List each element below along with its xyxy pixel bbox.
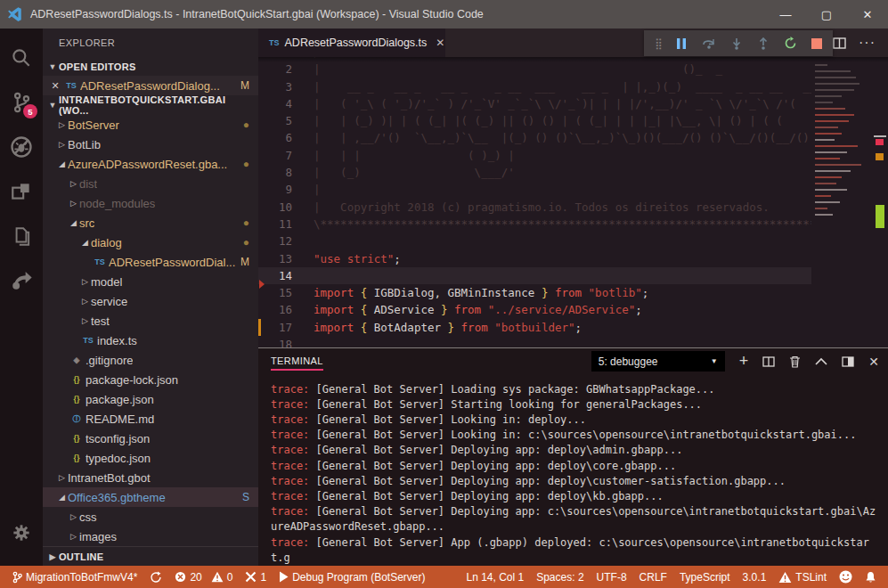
tree-item[interactable]: ▷BotLib <box>43 135 258 154</box>
chevron-collapsed-icon: ▷ <box>68 512 79 521</box>
step-over-icon[interactable] <box>702 37 716 50</box>
new-terminal-icon[interactable]: + <box>739 352 749 371</box>
step-out-icon[interactable] <box>757 37 770 50</box>
tree-item[interactable]: {}typedoc.json <box>43 448 258 468</box>
git-branch-item[interactable]: MigrationToBotFmwV4* <box>5 566 143 588</box>
tree-item[interactable]: ▷images <box>43 527 258 546</box>
code-line[interactable]: 7| | | ( )_) | <box>258 147 811 164</box>
tree-item[interactable]: ◈.gitignore <box>43 350 258 370</box>
code-line[interactable]: 18 <box>258 336 811 347</box>
overview-ruler[interactable] <box>871 57 888 347</box>
pages-icon[interactable] <box>0 214 43 258</box>
tree-item[interactable]: ◢dialog● <box>43 233 258 252</box>
code-line[interactable]: 12 <box>258 233 811 249</box>
kill-terminal-trash-icon[interactable] <box>789 355 801 368</box>
fixes-item[interactable]: 1 <box>239 566 273 588</box>
terminal-select[interactable]: 5: debuggee▼ <box>591 351 725 372</box>
notifications-bell-item[interactable] <box>859 571 883 584</box>
code-line[interactable]: 13"use strict"; <box>258 250 811 267</box>
language-mode-item[interactable]: TypeScript <box>673 571 737 584</box>
code-line[interactable]: 3| __ _ __ _ __ _ _ __ ___ __ _ | |,_)(_… <box>258 78 811 95</box>
debug-status-item[interactable]: Debug Program (BotServer) <box>273 566 431 588</box>
step-into-icon[interactable] <box>730 37 743 50</box>
code-line[interactable]: 2| ()_ _ <box>258 61 811 78</box>
tree-item[interactable]: ▷css <box>43 507 258 527</box>
tree-item[interactable]: ▷model <box>43 272 258 291</box>
json-file-icon: {} <box>68 434 86 443</box>
tree-item[interactable]: TSindex.ts <box>43 331 258 350</box>
code-text <box>292 336 314 347</box>
typescript-version-item[interactable]: 3.0.1 <box>737 571 773 584</box>
workspace-header[interactable]: ▼ INTRANETBOTQUICKSTART.GBAI (WO... <box>43 95 258 115</box>
source-control-icon[interactable]: 5 <box>0 80 43 125</box>
minimize-button[interactable]: — <box>765 0 806 29</box>
close-icon[interactable]: ✕ <box>48 80 62 92</box>
minimap[interactable] <box>811 57 871 347</box>
split-terminal-icon[interactable] <box>762 356 775 367</box>
terminal-output[interactable]: trace: [General Bot Server] Loading sys … <box>258 375 888 566</box>
code-line[interactable]: 11\*************************************… <box>258 216 811 233</box>
drag-handle-icon[interactable]: ⣿ <box>655 37 661 50</box>
tree-item[interactable]: ◢AzureADPasswordReset.gba...● <box>43 154 258 174</box>
stop-icon[interactable] <box>811 38 822 49</box>
cursor-position-item[interactable]: Ln 14, Col 1 <box>460 571 530 584</box>
code-line[interactable]: 16import { ADService } from "../service/… <box>258 301 811 318</box>
code-line[interactable]: 8| (_) \___/' <box>258 164 811 181</box>
tree-item[interactable]: {}package.json <box>43 389 258 409</box>
line-number: 8 <box>258 164 292 181</box>
indentation-item[interactable]: Spaces: 2 <box>530 571 590 584</box>
code-line[interactable]: 5| | (_) )| | ( (_| |( (_) || () () | ( … <box>258 112 811 129</box>
tree-item-label: dialog <box>91 236 122 249</box>
sync-item[interactable] <box>143 566 168 588</box>
search-icon[interactable] <box>0 36 43 80</box>
debug-icon[interactable] <box>0 125 43 169</box>
tree-item[interactable]: ▷dist <box>43 174 258 193</box>
code-line[interactable]: 15import { IGBDialog, GBMinInstance } fr… <box>258 284 811 301</box>
tree-item[interactable]: ▷node_modules <box>43 193 258 213</box>
eol-item[interactable]: CRLF <box>633 571 673 584</box>
tab-adresetpassworddialogs[interactable]: TS ADResetPasswordDialogs.ts ✕ <box>258 29 445 57</box>
outline-header[interactable]: ▶ OUTLINE <box>43 546 258 566</box>
close-button[interactable]: ✕ <box>847 0 888 29</box>
restart-icon[interactable] <box>784 37 797 50</box>
split-editor-icon[interactable] <box>833 37 846 49</box>
open-editor-item[interactable]: ✕ TS ADResetPasswordDialog... M <box>43 76 258 95</box>
tab-terminal[interactable]: TERMINAL <box>271 355 323 371</box>
maximize-panel-icon[interactable] <box>815 357 827 365</box>
tree-item[interactable]: {}tsconfig.json <box>43 429 258 448</box>
tree-item[interactable]: ◢src● <box>43 213 258 233</box>
code-line[interactable]: 6| | ,__/'() `\__,_)`\__ |(_) () ()`\__,… <box>258 129 811 146</box>
tree-item[interactable]: ▷test <box>43 311 258 331</box>
tree-item-label: ADResetPasswordDial... <box>109 256 235 269</box>
problems-item[interactable]: 20 0 <box>168 566 239 588</box>
tree-item[interactable]: ▷service <box>43 291 258 311</box>
settings-gear-icon[interactable] <box>0 510 43 555</box>
code-line[interactable]: 9| <box>258 181 811 198</box>
share-icon[interactable] <box>0 258 43 303</box>
code-line[interactable]: 14 <box>258 267 811 284</box>
feedback-smiley-item[interactable] <box>833 570 859 584</box>
tree-item[interactable]: ⓘREADME.md <box>43 409 258 429</box>
code-line[interactable]: 10| Copyright 2018 (c) pragmatismo.io. T… <box>258 199 811 216</box>
more-actions-icon[interactable]: ··· <box>859 35 876 51</box>
tree-item[interactable]: ◢Office365.gbthemeS <box>43 487 258 507</box>
tree-item[interactable]: ▷IntranetBot.gbot <box>43 468 258 487</box>
git-modified-gutter-bar <box>258 319 261 336</box>
tree-item[interactable]: TSADResetPasswordDial...M <box>43 252 258 272</box>
pause-icon[interactable] <box>675 37 688 50</box>
extensions-icon[interactable] <box>0 169 43 214</box>
open-editors-header[interactable]: ▼ OPEN EDITORS <box>43 57 258 77</box>
panel-layout-icon[interactable] <box>842 356 854 367</box>
tslint-item[interactable]: TSLint <box>772 571 833 584</box>
close-panel-icon[interactable]: ✕ <box>868 355 879 369</box>
maximize-button[interactable]: ▢ <box>806 0 847 29</box>
encoding-item[interactable]: UTF-8 <box>591 571 633 584</box>
code-editor[interactable]: 1/**************************************… <box>258 57 888 347</box>
tree-item-label: .gitignore <box>86 354 133 367</box>
tree-item[interactable]: ▷BotServer● <box>43 115 258 135</box>
code-line[interactable]: 4| ( '_\ ( '_)/'_` ) /'_`V' _`_`\ \/'_`)… <box>258 95 811 112</box>
code-line[interactable]: 17import { BotAdapter } from "botbuilder… <box>258 319 811 336</box>
tree-item[interactable]: {}package-lock.json <box>43 370 258 389</box>
tab-close-icon[interactable]: ✕ <box>436 37 444 49</box>
line-number: 5 <box>258 112 292 129</box>
